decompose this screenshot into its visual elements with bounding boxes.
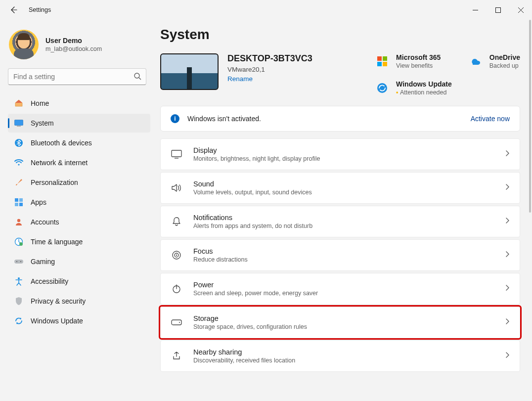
sidebar-item-label: Apps: [31, 198, 46, 206]
sidebar-item-label: Home: [31, 99, 49, 107]
window-title: Settings: [29, 6, 51, 13]
desktop-wallpaper-thumb: [160, 53, 219, 90]
row-sub: Reduce distractions: [193, 256, 505, 263]
activation-banner[interactable]: i Windows isn't activated. Activate now: [160, 106, 520, 132]
microsoft-365-card[interactable]: Microsoft 365 View benefits: [374, 53, 452, 69]
search-box[interactable]: [8, 68, 146, 85]
microsoft-365-sub: View benefits: [396, 62, 441, 69]
onedrive-card[interactable]: OneDrive Backed up: [468, 53, 520, 96]
maximize-button[interactable]: [487, 0, 509, 20]
row-sub: Discoverability, received files location: [193, 357, 505, 364]
svg-rect-1: [495, 7, 500, 12]
row-title: Power: [193, 281, 505, 289]
scrollbar[interactable]: [529, 20, 531, 213]
sidebar-item-apps[interactable]: Apps: [8, 193, 150, 212]
svg-point-14: [17, 219, 20, 222]
svg-rect-21: [377, 56, 382, 61]
row-sound[interactable]: SoundVolume levels, output, input, sound…: [160, 172, 520, 204]
svg-rect-17: [14, 260, 23, 264]
activate-now-link[interactable]: Activate now: [471, 115, 510, 123]
page-title: System: [160, 27, 520, 43]
chevron-right-icon: [505, 251, 510, 260]
device-header: DESKTOP-3BT3VC3 VMware20,1 Rename Micros…: [160, 53, 520, 96]
svg-point-9: [18, 164, 19, 165]
sidebar-item-label: Time & language: [31, 238, 83, 246]
row-title: Display: [193, 146, 505, 154]
svg-point-19: [20, 261, 21, 262]
sidebar-item-privacy[interactable]: Privacy & security: [8, 292, 150, 311]
onedrive-icon: [468, 53, 484, 69]
row-display[interactable]: DisplayMonitors, brightness, night light…: [160, 138, 520, 170]
windows-update-card[interactable]: Windows Update Attention needed: [374, 80, 452, 96]
svg-point-4: [134, 73, 139, 78]
sidebar-item-home[interactable]: Home: [8, 94, 150, 113]
activation-message: Windows isn't activated.: [187, 115, 471, 123]
back-button[interactable]: [7, 3, 20, 16]
row-storage[interactable]: StorageStorage space, drives, configurat…: [160, 307, 520, 338]
chevron-right-icon: [505, 217, 510, 226]
onedrive-sub: Backed up: [489, 62, 520, 69]
share-icon: [171, 350, 182, 362]
svg-rect-13: [19, 203, 23, 206]
profile-name: User Demo: [45, 37, 102, 45]
row-sub: Alerts from apps and system, do not dist…: [193, 223, 505, 229]
profile-block[interactable]: User Demo m_lab@outlook.com: [8, 26, 150, 68]
sidebar-item-label: Accounts: [31, 218, 59, 226]
sidebar-item-label: Gaming: [31, 258, 55, 266]
row-sub: Volume levels, output, input, sound devi…: [193, 189, 505, 196]
chevron-right-icon: [505, 284, 510, 293]
sidebar-item-label: Windows Update: [31, 317, 83, 325]
storage-icon: [171, 316, 182, 328]
svg-line-5: [139, 78, 141, 80]
device-name: DESKTOP-3BT3VC3: [227, 53, 374, 64]
update-icon: [14, 316, 24, 326]
sidebar-item-bluetooth[interactable]: Bluetooth & devices: [8, 134, 150, 152]
sidebar-item-update[interactable]: Windows Update: [8, 312, 150, 330]
row-title: Storage: [193, 314, 505, 322]
svg-rect-10: [15, 198, 18, 202]
row-notifications[interactable]: NotificationsAlerts from apps and system…: [160, 206, 520, 237]
bluetooth-icon: [14, 138, 24, 148]
row-nearby[interactable]: Nearby sharingDiscoverability, received …: [160, 340, 520, 372]
power-icon: [171, 283, 182, 295]
search-input[interactable]: [8, 68, 146, 85]
sidebar-item-gaming[interactable]: Gaming: [8, 252, 150, 271]
svg-point-18: [16, 261, 17, 262]
sidebar-item-accessibility[interactable]: Accessibility: [8, 272, 150, 291]
sidebar-item-personalization[interactable]: Personalization: [8, 173, 150, 192]
svg-rect-11: [19, 198, 23, 202]
sound-icon: [171, 182, 182, 194]
sidebar-item-label: Bluetooth & devices: [31, 139, 92, 147]
minimize-button[interactable]: [464, 0, 487, 20]
clock-globe-icon: [14, 237, 24, 247]
window-controls: [464, 0, 532, 20]
svg-point-16: [19, 242, 23, 246]
sidebar-item-system[interactable]: System: [8, 114, 150, 133]
search-icon: [133, 72, 141, 82]
row-focus[interactable]: FocusReduce distractions: [160, 239, 520, 271]
profile-email: m_lab@outlook.com: [45, 45, 102, 52]
rename-link[interactable]: Rename: [227, 75, 374, 83]
person-icon: [14, 217, 24, 227]
chevron-right-icon: [505, 318, 510, 327]
windows-update-title: Windows Update: [396, 80, 452, 88]
sidebar-item-label: Personalization: [31, 178, 78, 186]
accessibility-icon: [14, 276, 24, 286]
avatar: [9, 30, 39, 59]
sidebar-item-accounts[interactable]: Accounts: [8, 213, 150, 231]
close-button[interactable]: [509, 0, 532, 20]
microsoft-365-title: Microsoft 365: [396, 53, 441, 61]
row-title: Focus: [193, 247, 505, 255]
svg-point-30: [176, 255, 177, 256]
svg-rect-26: [172, 150, 181, 157]
row-power[interactable]: PowerScreen and sleep, power mode, energ…: [160, 273, 520, 305]
row-sub: Monitors, brightness, night light, displ…: [193, 155, 505, 162]
apps-icon: [14, 197, 24, 207]
sidebar-item-network[interactable]: Network & internet: [8, 153, 150, 172]
nav-list: Home System Bluetooth & devices Network …: [8, 94, 150, 330]
svg-rect-7: [17, 126, 21, 127]
svg-rect-22: [383, 56, 387, 61]
row-title: Sound: [193, 180, 505, 188]
main-content: System DESKTOP-3BT3VC3 VMware20,1 Rename…: [154, 20, 532, 401]
sidebar-item-time[interactable]: Time & language: [8, 232, 150, 251]
